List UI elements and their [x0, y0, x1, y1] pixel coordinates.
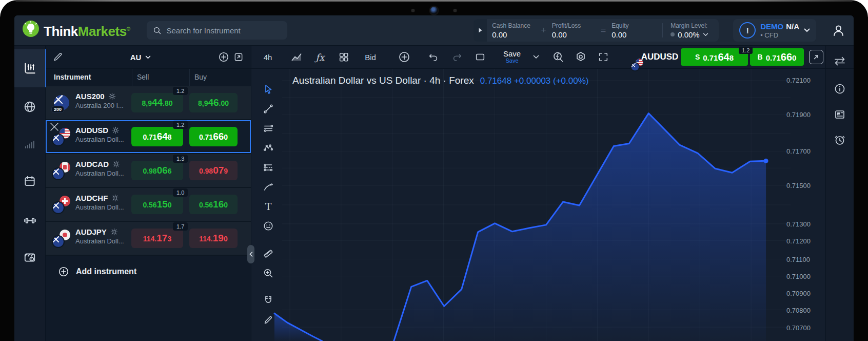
thinkmarkets-logo[interactable]: ThinkMarkets® — [22, 20, 130, 41]
instrument-flag-icon — [53, 230, 70, 247]
flag-badge: 200 — [51, 106, 64, 113]
instrument-name-block: AUDUSD Australian Doll... — [75, 126, 124, 144]
cursor-tool[interactable] — [259, 80, 278, 99]
rectangle-tool-button[interactable] — [471, 46, 489, 68]
area-chart-icon — [290, 51, 303, 63]
buy-price-button[interactable]: 0.98079 — [189, 161, 238, 180]
plus-circle-icon — [58, 266, 69, 277]
sidebar-item-videos[interactable] — [14, 251, 45, 264]
buy-order-button[interactable]: B 0.71660 — [750, 48, 804, 66]
sell-order-button[interactable]: S 0.71648 — [681, 48, 748, 66]
horizontal-lines-tool[interactable] — [259, 119, 278, 138]
watchlist-row[interactable]: AUDJPY Australian Doll... 114.173 1.7 11… — [46, 222, 251, 255]
pop-out-chart-button[interactable] — [807, 46, 825, 68]
pencil-icon — [263, 314, 274, 326]
calendar-icon — [23, 175, 36, 188]
sidebar-item-markets[interactable] — [14, 100, 45, 113]
edit-pencil-icon[interactable] — [53, 52, 63, 62]
draw-pencil-tool[interactable] — [259, 310, 278, 330]
text-tool[interactable]: T — [259, 197, 278, 216]
account-selector[interactable]: ! DEMON/A • CFD — [733, 19, 816, 42]
indicators-fx-button[interactable]: ƒx — [311, 46, 329, 68]
magnet-tool[interactable] — [259, 291, 278, 310]
projection-tool[interactable] — [259, 158, 278, 177]
watchlist-panel: AU Instrument Sell Buy — [46, 46, 251, 341]
axis-price-label: 0.70700 — [786, 324, 811, 332]
undo-arrow-icon — [428, 51, 439, 63]
chart-title: Australian Dollar vs US Dollar · 4h · Fo… — [292, 75, 588, 86]
brush-tool[interactable] — [259, 177, 278, 197]
watchlist-group-selector[interactable]: AU — [130, 53, 151, 62]
spread-badge: 1.2 — [173, 121, 188, 129]
sell-price-button[interactable]: 0.56150 — [131, 195, 183, 214]
undo-button[interactable] — [425, 46, 442, 68]
spread-badge: 1.0 — [173, 188, 188, 197]
save-button[interactable]: Save Save — [498, 46, 526, 68]
pattern-tool[interactable] — [259, 138, 278, 158]
margin-level-metric[interactable]: Margin Level: 0.00% — [665, 19, 719, 42]
buy-price-button[interactable]: 114.190 — [189, 229, 238, 248]
chart-body: Australian Dollar vs US Dollar · 4h · Fo… — [251, 69, 825, 341]
collapse-watchlist-handle[interactable] — [247, 245, 254, 263]
news-button[interactable] — [826, 108, 854, 121]
profile-avatar-button[interactable] — [832, 24, 845, 37]
thinkmarkets-bulb-icon — [22, 20, 40, 38]
watchlist-row[interactable]: AUDCHF Australian Doll... 0.56150 1.0 0.… — [46, 188, 251, 221]
price-axis[interactable]: 0.721000.719000.717000.715000.713000.712… — [786, 69, 819, 341]
add-chart-button[interactable] — [395, 46, 413, 68]
market-open-sun-icon — [108, 92, 116, 100]
sidebar-item-training[interactable] — [14, 214, 45, 227]
expand-account-button[interactable] — [474, 19, 487, 42]
search-input[interactable]: Search for Instrument — [147, 21, 287, 40]
fullscreen-button[interactable] — [594, 46, 613, 68]
zoom-in-tool[interactable] — [259, 263, 278, 283]
watchlist-row[interactable]: 200 AUS200 Australia 200 I... 8,944.80 1… — [46, 86, 251, 119]
open-external-icon[interactable] — [233, 52, 244, 62]
sell-price-button[interactable]: 0.98066 — [131, 161, 183, 180]
plus-circle-icon — [398, 51, 410, 63]
spread-badge: 1.7 — [173, 222, 188, 231]
zoom-in-icon — [263, 268, 274, 279]
chart-type-button[interactable] — [287, 46, 306, 68]
compare-instruments-button[interactable] — [826, 55, 854, 67]
watchlist-rows: 200 AUS200 Australia 200 I... 8,944.80 1… — [46, 86, 251, 256]
sidebar-item-calendar[interactable] — [14, 175, 45, 188]
alerts-button[interactable] — [826, 134, 854, 146]
save-options-chevron[interactable] — [529, 46, 543, 68]
close-icon[interactable] — [49, 121, 60, 132]
sell-price-button[interactable]: 114.173 — [131, 229, 183, 248]
watchlist-row[interactable]: AUDUSD Australian Doll... 0.71648 1.2 0.… — [46, 120, 251, 153]
sidebar-item-signals[interactable] — [14, 138, 45, 151]
trend-line-tool[interactable] — [259, 99, 278, 119]
chevron-left-icon — [249, 252, 253, 257]
axis-price-label: 0.71700 — [786, 147, 811, 155]
buy-price-button[interactable]: 0.56160 — [189, 195, 238, 214]
column-buy[interactable]: Buy — [194, 73, 207, 81]
magnet-icon — [263, 295, 274, 306]
bid-ask-toggle[interactable]: Bid — [359, 46, 382, 68]
emoji-tool[interactable] — [259, 216, 278, 236]
add-watchlist-icon[interactable] — [218, 51, 229, 63]
device-camera — [411, 6, 457, 15]
watchlist-row[interactable]: AUDCAD Australian Doll... 0.98066 1.3 0.… — [46, 154, 251, 187]
info-button[interactable] — [826, 83, 854, 95]
compare-instruments-icon — [833, 55, 846, 67]
layout-grid-button[interactable] — [334, 46, 353, 68]
ruler-icon — [263, 248, 274, 259]
sell-price-button[interactable]: 0.71648 — [131, 127, 183, 146]
quick-search-button[interactable] — [549, 46, 567, 68]
timeframe-button[interactable]: 4h — [257, 46, 279, 68]
redo-button[interactable] — [448, 46, 466, 68]
add-instrument-button[interactable]: Add instrument — [46, 256, 251, 287]
price-chart[interactable] — [251, 69, 825, 341]
globe-markets-icon — [23, 100, 36, 113]
buy-price-button[interactable]: 0.71660 — [189, 127, 238, 146]
column-sell[interactable]: Sell — [137, 73, 149, 81]
buy-price-button[interactable]: 8,946.00 — [189, 93, 238, 112]
chart-settings-button[interactable] — [571, 46, 590, 68]
active-symbol-label[interactable]: AUDUSD — [640, 46, 679, 68]
grid-layout-icon — [338, 51, 349, 63]
sell-price-button[interactable]: 8,944.80 — [131, 93, 183, 112]
sidebar-item-watchlist[interactable] — [14, 49, 47, 87]
measure-tool[interactable] — [259, 244, 278, 263]
